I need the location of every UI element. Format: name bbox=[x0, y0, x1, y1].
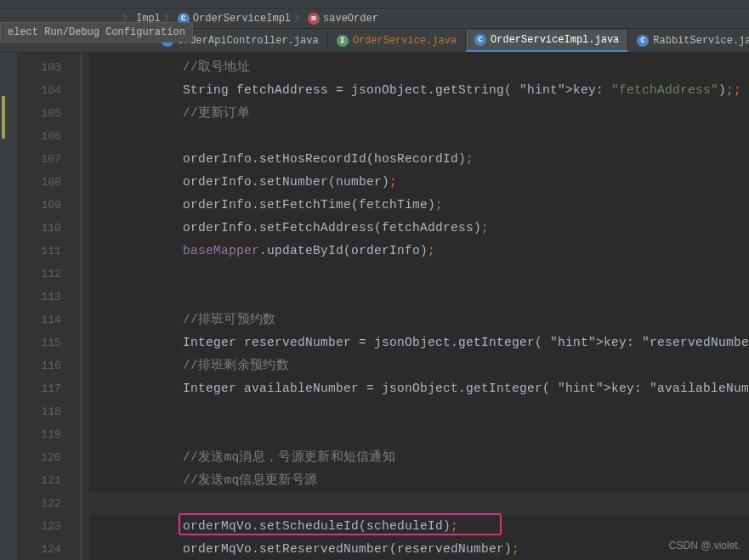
line-number: 109 bbox=[17, 194, 77, 217]
breadcrumb-item[interactable]: C OrderServiceImpl bbox=[178, 13, 291, 25]
code-line[interactable]: orderMqVo.setReservedNumber(reservedNumb… bbox=[89, 538, 749, 560]
code-line[interactable] bbox=[89, 423, 749, 446]
chevron-right-icon: 〉 bbox=[294, 11, 304, 25]
code-line[interactable]: orderInfo.setFetchAddress(fetchAddress); bbox=[89, 217, 749, 240]
line-number: 104 bbox=[17, 79, 77, 102]
code-area[interactable]: //取号地址String fetchAddress = jsonObject.g… bbox=[89, 53, 749, 560]
line-number: 112 bbox=[17, 263, 77, 286]
fold-gutter[interactable] bbox=[77, 53, 89, 560]
toolbar bbox=[0, 0, 749, 8]
breadcrumb-item[interactable]: m saveOrder bbox=[308, 13, 378, 25]
tab-label: RabbitService.java bbox=[653, 35, 749, 47]
code-line[interactable]: orderInfo.setHosRecordId(hosRecordId); bbox=[89, 148, 749, 171]
code-line[interactable]: //发送mq信息更新号源 bbox=[89, 469, 749, 492]
line-number: 103 bbox=[17, 56, 77, 79]
tab-file[interactable]: C RabbitService.java × bbox=[628, 31, 749, 51]
line-number: 106 bbox=[17, 125, 77, 148]
code-line[interactable]: //排班剩余预约数 bbox=[89, 354, 749, 377]
line-number: 124 bbox=[17, 538, 77, 560]
line-number: 119 bbox=[17, 423, 77, 446]
method-icon: m bbox=[308, 13, 320, 25]
line-number: 122 bbox=[17, 492, 77, 515]
code-line[interactable] bbox=[89, 125, 749, 148]
class-icon: C bbox=[474, 34, 486, 46]
code-line[interactable]: baseMapper.updateById(orderInfo); bbox=[89, 240, 749, 263]
line-number: 121 bbox=[17, 469, 77, 492]
breadcrumb-label: OrderServiceImpl bbox=[193, 13, 291, 25]
line-number: 117 bbox=[17, 377, 77, 400]
tab-file[interactable]: I OrderService.java bbox=[328, 31, 466, 51]
change-marker bbox=[2, 96, 5, 139]
line-number: 115 bbox=[17, 331, 77, 354]
class-icon: C bbox=[637, 35, 649, 47]
breadcrumb-label: saveOrder bbox=[323, 13, 378, 25]
code-line[interactable] bbox=[89, 286, 749, 308]
code-line[interactable]: //排班可预约数 bbox=[89, 308, 749, 331]
code-line[interactable]: String fetchAddress = jsonObject.getStri… bbox=[89, 79, 749, 102]
line-number: 123 bbox=[17, 515, 77, 538]
tooltip: elect Run/Debug Configuration bbox=[0, 22, 193, 42]
tab-label: OrderApiController.java bbox=[178, 35, 319, 47]
line-number: 114 bbox=[17, 308, 77, 331]
code-line[interactable] bbox=[89, 400, 749, 423]
code-line[interactable]: //更新订单 bbox=[89, 102, 749, 125]
tab-label: OrderServiceImpl.java bbox=[491, 34, 619, 46]
line-number: 113 bbox=[17, 286, 77, 308]
watermark: CSDN @.violet. bbox=[669, 540, 740, 552]
code-line[interactable]: Integer reservedNumber = jsonObject.getI… bbox=[89, 331, 749, 354]
code-line[interactable] bbox=[89, 263, 749, 286]
line-number: 111 bbox=[17, 240, 77, 263]
code-line[interactable]: Integer availableNumber = jsonObject.get… bbox=[89, 377, 749, 400]
line-number: 108 bbox=[17, 171, 77, 194]
code-line[interactable]: //发送mq消息，号源更新和短信通知 bbox=[89, 446, 749, 469]
code-line[interactable]: orderInfo.setNumber(number); bbox=[89, 171, 749, 194]
tab-label: OrderService.java bbox=[353, 35, 457, 47]
editor: 1031041051061071081091101111121131141151… bbox=[0, 53, 749, 560]
interface-icon: I bbox=[337, 35, 349, 47]
tab-file-active[interactable]: C OrderServiceImpl.java bbox=[466, 30, 628, 52]
code-line[interactable]: //取号地址 bbox=[89, 56, 749, 79]
line-number: 116 bbox=[17, 354, 77, 377]
line-number: 118 bbox=[17, 400, 77, 423]
gutter: 1031041051061071081091101111121131141151… bbox=[17, 53, 77, 560]
code-line[interactable]: orderMqVo.setScheduleId(scheduleId); bbox=[89, 515, 749, 538]
line-number: 105 bbox=[17, 102, 77, 125]
line-number: 110 bbox=[17, 217, 77, 240]
code-line[interactable]: orderInfo.setFetchTime(fetchTime); bbox=[89, 194, 749, 217]
line-number: 120 bbox=[17, 446, 77, 469]
line-number: 107 bbox=[17, 148, 77, 171]
